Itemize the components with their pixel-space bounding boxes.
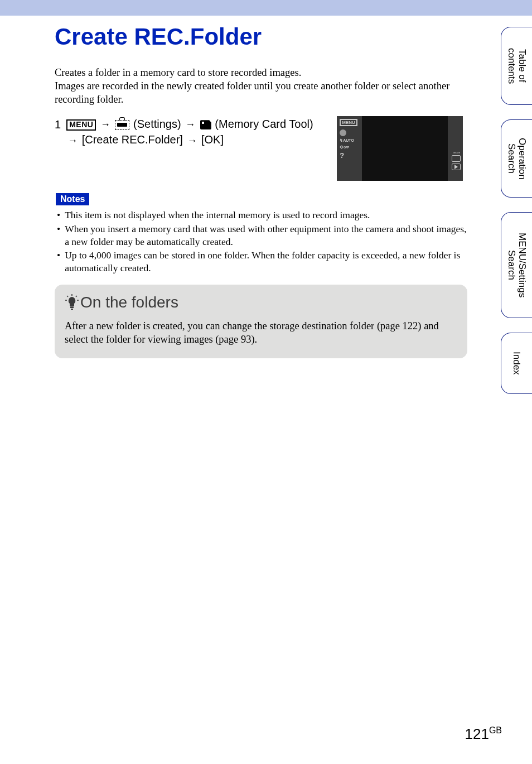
- thumb-face-icon: [340, 129, 346, 136]
- thumb-mode-icon: [452, 155, 461, 162]
- tab-table-of-contents[interactable]: Table of contents: [501, 27, 532, 105]
- svg-rect-5: [70, 306, 74, 308]
- arrow-icon: →: [185, 119, 195, 130]
- tip-body: After a new folder is created, you can c…: [65, 319, 455, 346]
- top-accent-bar: [0, 0, 532, 16]
- tab-label: MENU/Settings Search: [506, 233, 528, 297]
- thumb-left-icons: ↯AUTO ⏲OFF ?: [340, 129, 354, 160]
- tab-label: Table of contents: [506, 48, 528, 84]
- tab-operation-search[interactable]: Operation Search: [501, 119, 532, 198]
- tab-label: Operation Search: [506, 138, 528, 180]
- page-suffix: GB: [489, 725, 502, 735]
- step-instruction: MENU → (Settings) → (Memory Card Tool) →…: [66, 116, 328, 148]
- tab-menu-settings-search[interactable]: MENU/Settings Search: [501, 212, 532, 318]
- thumb-timer-off: ⏲OFF: [340, 145, 354, 149]
- thumb-menu-icon: MENU: [340, 119, 357, 126]
- arrow-icon: →: [100, 119, 110, 130]
- step-1: 1 MENU → (Settings) → (Memory Card Tool)…: [55, 116, 468, 181]
- step-number: 1: [55, 118, 61, 131]
- tab-label: Index: [511, 352, 523, 375]
- note-item: Up to 4,000 images can be stored in one …: [55, 249, 467, 275]
- lightbulb-icon: [65, 294, 79, 311]
- thumb-playback-icon: [452, 164, 461, 170]
- side-tabs: Table of contents Operation Search MENU/…: [501, 27, 532, 394]
- page-title: Create REC.Folder: [55, 23, 468, 50]
- svg-line-1: [67, 296, 68, 297]
- tip-title: On the folders: [80, 294, 178, 311]
- camera-screen-thumbnail: MENU ↯AUTO ⏲OFF ?: [337, 116, 463, 181]
- ok-text: [OK]: [198, 133, 224, 146]
- notes-list: This item is not displayed when the inte…: [55, 209, 467, 275]
- svg-rect-6: [71, 309, 73, 310]
- note-item: This item is not displayed when the inte…: [55, 209, 467, 222]
- thumb-right-icons: [452, 155, 461, 170]
- page-number: 121GB: [465, 725, 502, 743]
- main-content: Create REC.Folder Creates a folder in a …: [0, 16, 468, 358]
- tip-header: On the folders: [65, 294, 457, 311]
- svg-line-2: [76, 296, 77, 297]
- intro-text: Creates a folder in a memory card to sto…: [55, 66, 467, 106]
- arrow-icon: →: [187, 135, 197, 146]
- note-item: When you insert a memory card that was u…: [55, 223, 467, 248]
- settings-text: (Settings): [130, 118, 184, 130]
- create-text: [Create REC.Folder]: [79, 133, 186, 146]
- menu-icon: MENU: [66, 119, 96, 130]
- notes-label: Notes: [56, 193, 89, 205]
- notes-section: Notes This item is not displayed when th…: [55, 193, 468, 275]
- tip-box: On the folders After a new folder is cre…: [55, 285, 467, 358]
- thumb-flash-auto: ↯AUTO: [340, 138, 354, 143]
- page-num-value: 121: [465, 725, 489, 742]
- thumb-help-icon: ?: [340, 151, 354, 160]
- memory-card-icon: [200, 120, 211, 129]
- tab-index[interactable]: Index: [501, 333, 532, 394]
- settings-toolbox-icon: [115, 120, 129, 130]
- arrow-icon: →: [67, 135, 78, 146]
- tool-text: (Memory Card Tool): [212, 118, 313, 130]
